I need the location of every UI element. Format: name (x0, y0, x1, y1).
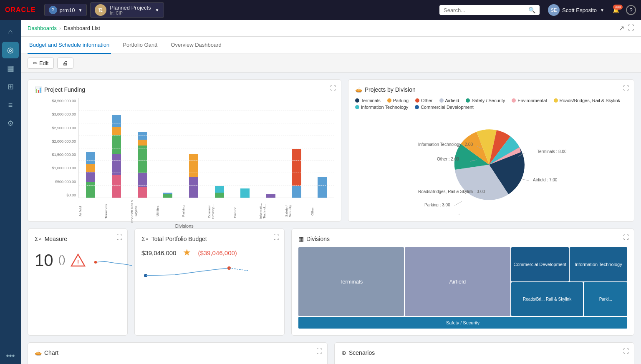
tabs-bar: Budget and Schedule information Portfoli… (21, 37, 641, 54)
x-label-safety: Safety / Security (285, 200, 308, 223)
x-label-airfield: Airfield (78, 200, 102, 223)
share-icon[interactable]: ↗ (619, 24, 624, 32)
project-selector-button[interactable]: 🏗 Planned Projects In: CIP ▼ (90, 2, 164, 18)
bar-parking (182, 154, 206, 198)
breadcrumb-current-page: Dashboard List (63, 25, 100, 31)
search-bar[interactable]: 🔍 (439, 5, 540, 15)
divisions-card: ▦ Divisions ⛶ Terminals Airfield (291, 228, 634, 336)
treemap-it: Information Technology (570, 247, 627, 281)
division-expand-icon[interactable]: ⛶ (623, 85, 629, 91)
divisions-expand-icon[interactable]: ⛶ (623, 234, 629, 241)
treemap-airfield: Airfield (405, 247, 510, 316)
measure-content: 10 () ! (35, 247, 121, 273)
measure-parens: () (58, 252, 66, 267)
measure-title: Σ∘ Measure (35, 236, 121, 242)
treemap-roads: Roads/Bri... Rail & Skylink (511, 282, 583, 316)
app-switcher-button[interactable]: P prm10 ▼ (44, 4, 87, 16)
pie-label-parking: Parking : 3.00 (424, 203, 450, 207)
treemap-safety: Safety / Security (298, 317, 627, 329)
toolbar: ✏ Edit 🖨 (21, 54, 641, 73)
sidebar-more-button[interactable]: ••• (6, 351, 15, 361)
legend-roads: Roads/Bridges, Rail & Skylink (554, 98, 621, 103)
measure-card: Σ∘ Measure ⛶ 10 () ! (28, 228, 128, 336)
sidebar-item-analytics[interactable]: ▦ (2, 60, 19, 77)
y-label-5: $2,500,000.00 (52, 126, 76, 130)
pie-label-other: Other : 2.00 (437, 157, 459, 161)
measure-icon: Σ∘ (35, 236, 42, 242)
pie-label-it: Information Technology : 2.00 (418, 142, 473, 147)
measure-value: 10 (35, 252, 53, 269)
svg-point-10 (94, 261, 97, 264)
search-input[interactable] (444, 7, 526, 13)
chart-card: 🥧 Chart ⛶ (28, 342, 328, 364)
bar-chart-icon: 📊 (35, 86, 42, 93)
sidebar-item-settings[interactable]: ⚙ (2, 115, 19, 132)
bar-commercial (207, 186, 231, 198)
tab-overview[interactable]: Overview Dashboard (169, 37, 223, 54)
svg-line-2 (454, 214, 460, 215)
y-label-4: $2,000,000.00 (52, 139, 76, 143)
project-name-label: Planned Projects (110, 5, 151, 11)
edit-button[interactable]: ✏ Edit (28, 58, 54, 69)
search-icon: 🔍 (528, 7, 535, 13)
app-icon: P (49, 6, 57, 14)
user-menu-button[interactable]: SE Scott Esposito ▼ (548, 4, 604, 16)
funding-expand-icon[interactable]: ⛶ (330, 85, 336, 91)
budget-icon: Σ∘ (141, 236, 149, 242)
sidebar-item-portfolio[interactable]: ⊞ (2, 78, 19, 95)
oracle-logo: ORACLE (5, 6, 36, 14)
fullscreen-icon[interactable]: ⛶ (628, 24, 634, 32)
bar-roads (130, 132, 154, 198)
y-label-7: $3,500,000.00 (52, 99, 76, 103)
notification-badge: 999 (613, 5, 623, 10)
x-label-it: Informati... Technol... (259, 200, 283, 223)
legend-terminals: Terminals (355, 98, 381, 103)
divisions-icon: ▦ (298, 236, 304, 242)
project-info: Planned Projects In: CIP (110, 5, 151, 15)
pie-label-airfield: Airfield : 7.00 (533, 178, 558, 182)
breadcrumb-parent-link[interactable]: Dashboards (28, 25, 57, 31)
y-label-3: $1,500,000.00 (52, 153, 76, 157)
sidebar: ⌂ ◎ ▦ ⊞ ≡ ⚙ ••• (0, 20, 21, 364)
pie-chart: Terminals : 8.00 Airfield : 7.00 Safety … (355, 115, 627, 215)
projects-by-division-title: 🥧 Projects by Division (355, 86, 627, 93)
top-nav: ORACLE P prm10 ▼ 🏗 Planned Projects In: … (0, 0, 641, 20)
pie-label-roads: Roads/Bridges, Rail & Skylink : 3.00 (418, 189, 485, 194)
scenarios-title: ⊕ Scenarios (341, 349, 627, 356)
x-label-roads: Roads/B Rail & Skylink (130, 200, 154, 223)
chart-icon: 🥧 (35, 349, 42, 356)
pie-chart-icon: 🥧 (355, 86, 362, 93)
svg-line-13 (229, 268, 248, 271)
y-label-0: $0.00 (66, 193, 76, 197)
sidebar-item-projects[interactable]: ◎ (2, 42, 19, 58)
legend-environmental: Environmental (512, 98, 547, 103)
budget-expand-icon[interactable]: ⛶ (273, 234, 279, 241)
project-chevron-icon: ▼ (155, 8, 159, 13)
scenarios-expand-icon[interactable]: ⛶ (623, 348, 629, 354)
x-label-utilities: Utilities (156, 200, 179, 223)
notifications-button[interactable]: 🔔 999 (613, 7, 619, 13)
x-label-parking: Parking (182, 200, 205, 223)
legend-other: Other (415, 98, 433, 103)
legend-parking: Parking (387, 98, 409, 103)
tab-gantt[interactable]: Portfolio Gantt (121, 37, 159, 54)
breadcrumb: Dashboards › Dashboard List ↗ ⛶ (21, 20, 641, 37)
help-button[interactable]: ? (626, 5, 636, 15)
sidebar-item-reports[interactable]: ≡ (2, 97, 19, 113)
sidebar-item-home[interactable]: ⌂ (2, 23, 19, 40)
legend-it: Information Technology (355, 105, 409, 110)
scenarios-card: ⊕ Scenarios ⛶ (334, 342, 634, 364)
bar-it (259, 194, 283, 198)
print-button[interactable]: 🖨 (57, 58, 73, 69)
scenarios-icon: ⊕ (341, 349, 346, 356)
chart-expand-icon[interactable]: ⛶ (316, 348, 322, 354)
x-label-environ: Environ... (233, 200, 257, 223)
measure-expand-icon[interactable]: ⛶ (116, 234, 122, 241)
bar-safety (285, 149, 308, 198)
measure-sparkline (92, 254, 134, 269)
tab-budget[interactable]: Budget and Schedule information (28, 37, 111, 54)
pie-label-terminals: Terminals : 8.00 (537, 149, 566, 154)
breadcrumb-separator: › (59, 25, 61, 31)
legend-airfield: Airfield (439, 98, 459, 103)
bar-utilities (156, 193, 180, 198)
